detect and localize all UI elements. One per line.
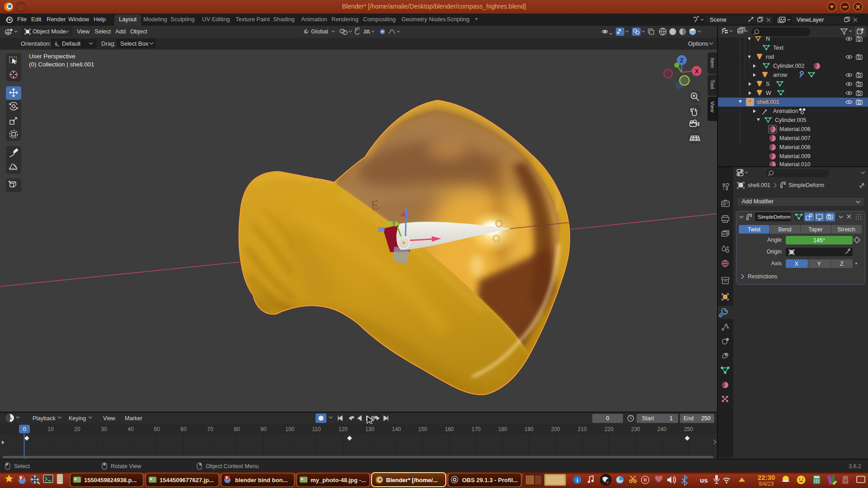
svg-text:ViewLayer: ViewLayer [797, 16, 824, 23]
svg-text:150: 150 [418, 426, 427, 432]
svg-text:Marker: Marker [125, 415, 142, 422]
svg-text:180: 180 [498, 426, 507, 432]
svg-text:View: View [710, 101, 715, 113]
svg-text:OBS 29.1.3 - Profil...: OBS 29.1.3 - Profil... [462, 477, 518, 483]
svg-text:Material.010: Material.010 [779, 161, 811, 166]
svg-text:Animation: Animation [773, 108, 798, 114]
svg-text:10: 10 [47, 426, 54, 432]
svg-text:W: W [766, 90, 771, 96]
svg-text:80: 80 [234, 426, 240, 432]
svg-text:Select: Select [14, 463, 30, 469]
svg-text:Angle: Angle [767, 237, 782, 243]
svg-text:End: End [684, 415, 693, 422]
svg-text:110: 110 [312, 426, 321, 432]
svg-text:230: 230 [631, 426, 640, 432]
svg-text:145°: 145° [813, 237, 825, 244]
svg-text:1550459824938.p...: 1550459824938.p... [84, 477, 137, 483]
svg-text:Material.009: Material.009 [779, 153, 811, 160]
svg-text:250: 250 [701, 415, 711, 422]
svg-text:S: S [766, 81, 769, 87]
svg-text:Taper: Taper [808, 226, 822, 233]
svg-text:Playback: Playback [33, 415, 56, 422]
svg-text:Blender* [/home/...: Blender* [/home/... [386, 477, 438, 483]
svg-text:0: 0 [606, 415, 609, 422]
svg-text:220: 220 [604, 426, 613, 432]
svg-text:SimpleDeform: SimpleDeform [788, 182, 824, 188]
svg-text:Text: Text [773, 45, 783, 51]
svg-text:50: 50 [154, 426, 160, 432]
svg-text:1: 1 [670, 415, 673, 422]
svg-text:N: N [766, 36, 770, 42]
svg-text:240: 240 [657, 426, 666, 432]
svg-text:us: us [700, 476, 708, 484]
svg-text:40: 40 [127, 426, 134, 432]
svg-text:170: 170 [472, 426, 481, 432]
svg-text:20: 20 [74, 426, 80, 432]
svg-text:Start: Start [642, 415, 654, 422]
svg-text:Object Context Menu: Object Context Menu [206, 463, 259, 469]
svg-text:3.6.2: 3.6.2 [849, 463, 861, 469]
svg-text:140: 140 [392, 426, 401, 432]
svg-text:X: X [795, 261, 799, 267]
svg-text:blender bind bon...: blender bind bon... [235, 477, 288, 483]
svg-text:i: i [576, 477, 578, 483]
svg-text:Tool: Tool [710, 80, 715, 89]
svg-text:30: 30 [101, 426, 107, 432]
svg-text:a: a [844, 477, 847, 483]
svg-text:Axis: Axis [771, 260, 782, 267]
svg-text:190: 190 [524, 426, 533, 432]
svg-text:130: 130 [365, 426, 374, 432]
svg-text:Material.007: Material.007 [779, 135, 811, 141]
svg-text:22:30: 22:30 [758, 474, 775, 481]
svg-text:arrow: arrow [773, 72, 788, 78]
svg-text:200: 200 [551, 426, 560, 432]
svg-text:X: X [695, 68, 698, 75]
svg-text:9/4/23: 9/4/23 [759, 481, 774, 487]
svg-text:Material.006: Material.006 [779, 126, 811, 132]
svg-text:shell.001: shell.001 [757, 99, 779, 105]
svg-text:Stretch: Stretch [837, 226, 855, 233]
svg-text:1544509677627.jp...: 1544509677627.jp... [160, 477, 214, 483]
svg-text:60: 60 [180, 426, 187, 432]
svg-text:Global: Global [311, 28, 328, 35]
svg-text:SimpleDeform: SimpleDeform [758, 214, 791, 220]
svg-text:Keying: Keying [69, 415, 86, 422]
svg-text:View: View [103, 415, 116, 422]
svg-text:Y: Y [817, 261, 821, 267]
svg-text:Twist: Twist [748, 226, 761, 233]
svg-text:shell.001: shell.001 [748, 182, 770, 188]
svg-text:70: 70 [207, 426, 213, 432]
svg-text:Cylinder.005: Cylinder.005 [775, 117, 807, 123]
svg-text:User Perspective: User Perspective [29, 53, 75, 60]
svg-text:Material.008: Material.008 [779, 144, 811, 150]
svg-text:Scene: Scene [710, 16, 726, 23]
svg-text:Cylinder.002: Cylinder.002 [773, 63, 805, 69]
svg-text:90: 90 [260, 426, 267, 432]
svg-text:Item: Item [710, 58, 715, 68]
svg-text:Bend: Bend [778, 226, 791, 233]
svg-text:210: 210 [578, 426, 587, 432]
svg-text:rod: rod [766, 54, 774, 60]
svg-text:100: 100 [285, 426, 294, 432]
svg-text:250: 250 [684, 426, 693, 432]
svg-text:120: 120 [339, 426, 348, 432]
svg-text:(0) Collection | shell.001: (0) Collection | shell.001 [29, 61, 94, 68]
svg-text:Rotate View: Rotate View [111, 463, 142, 469]
svg-text:my_photo-48.jpg -...: my_photo-48.jpg -... [311, 477, 366, 483]
svg-text:Origin: Origin [767, 249, 782, 255]
svg-text:Z: Z [680, 57, 683, 64]
svg-text:0: 0 [23, 426, 26, 432]
svg-text:Restrictions: Restrictions [748, 273, 777, 280]
svg-text:Z: Z [840, 261, 844, 267]
svg-text:160: 160 [445, 426, 454, 432]
